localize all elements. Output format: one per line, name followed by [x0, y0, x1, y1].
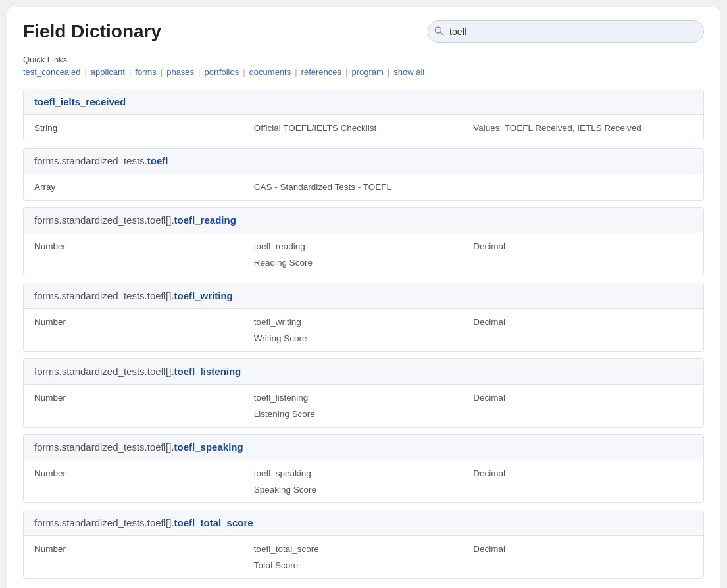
result-card-title-link[interactable]: forms.standardized_tests.toefl[].toefl_w… [34, 290, 233, 301]
quick-link-applicant[interactable]: applicant [91, 67, 125, 77]
result-card-title-link[interactable]: forms.standardized_tests.toefl[].toefl_l… [34, 366, 241, 377]
cell-label: Speaking Score [254, 483, 474, 496]
result-row: ArrayCAS - Standardized Tests - TOEFL [34, 181, 693, 193]
result-card-title-link[interactable]: forms.standardized_tests.toefl[].toefl_t… [34, 517, 253, 528]
result-row: Total Score [34, 559, 693, 572]
search-input[interactable] [428, 20, 704, 43]
result-row: Listening Score [34, 408, 693, 420]
result-card: forms.standardized_tests.toefl[].toefl_w… [23, 283, 704, 352]
cell-meta [473, 408, 693, 420]
cell-type [34, 257, 254, 269]
sep-8: | [388, 67, 389, 77]
quick-links-label: Quick Links [23, 55, 704, 64]
cell-meta: Decimal [473, 316, 693, 328]
result-card: toefl_ielts_receivedStringOfficial TOEFL… [23, 89, 704, 141]
title-prefix: forms.standardized_tests.toefl[]. [34, 441, 174, 453]
page-container: Field Dictionary Quick Links test_concea… [7, 7, 720, 588]
title-prefix: forms.standardized_tests.toefl[]. [34, 290, 174, 301]
result-card-header: forms.standardized_tests.toefl[].toefl_t… [24, 510, 703, 536]
title-prefix: forms.standardized_tests.toefl[]. [34, 366, 174, 377]
search-icon [434, 26, 443, 37]
svg-line-1 [441, 32, 443, 35]
quick-link-forms[interactable]: forms [135, 67, 157, 77]
sep-1: | [84, 67, 86, 77]
cell-label: toefl_total_score [254, 543, 474, 555]
cell-label: toefl_writing [254, 316, 474, 328]
quick-link-documents[interactable]: documents [249, 67, 291, 77]
result-card-title-link[interactable]: forms.standardized_tests.toefl[].toefl_r… [34, 214, 236, 226]
header-row: Field Dictionary [23, 20, 704, 43]
cell-type [34, 408, 254, 420]
quick-link-portfolios[interactable]: portfolios [204, 67, 239, 77]
cell-type: Number [34, 391, 254, 404]
page-title: Field Dictionary [23, 21, 161, 42]
result-card-header: forms.standardized_tests.toefl[].toefl_r… [24, 208, 703, 233]
result-card-body: StringOfficial TOEFL/IELTS ChecklistValu… [24, 115, 703, 141]
cell-meta [473, 483, 693, 496]
cell-meta [473, 181, 693, 193]
quick-link-references[interactable]: references [301, 67, 341, 77]
sep-2: | [129, 67, 131, 77]
result-card: forms.standardized_tests.toeflArrayCAS -… [23, 148, 704, 201]
title-prefix: forms.standardized_tests.toefl[]. [34, 517, 174, 528]
result-card: forms.standardized_tests.toefl[].toefl_r… [23, 207, 704, 276]
title-highlight: toefl_writing [174, 290, 233, 301]
title-highlight: toefl_total_score [174, 517, 253, 528]
cell-meta: Decimal [473, 391, 693, 404]
result-card-title-link[interactable]: forms.standardized_tests.toefl[].toefl_s… [34, 441, 243, 453]
title-highlight: toefl_ielts_received [34, 96, 126, 107]
result-card: forms.standardized_tests.toefl[].toefl_t… [23, 510, 704, 579]
title-prefix: forms.standardized_tests. [34, 155, 147, 166]
result-card-header: forms.standardized_tests.toefl[].toefl_s… [24, 435, 703, 460]
result-row: Numbertoefl_listeningDecimal [34, 391, 693, 404]
cell-label: toefl_listening [254, 391, 474, 404]
result-row: Numbertoefl_writingDecimal [34, 316, 693, 328]
cell-type: Number [34, 240, 254, 253]
result-row: Writing Score [34, 332, 693, 345]
cell-meta: Decimal [473, 543, 693, 555]
cell-label: Official TOEFL/IELTS Checklist [254, 122, 474, 134]
cell-label: Listening Score [254, 408, 474, 420]
sep-6: | [295, 67, 297, 77]
cell-label: toefl_speaking [254, 467, 474, 479]
quick-links-row: test_concealed | applicant | forms | pha… [23, 67, 704, 77]
results-area: toefl_ielts_receivedStringOfficial TOEFL… [23, 89, 704, 585]
cell-type [34, 483, 254, 496]
result-card-title-link[interactable]: toefl_ielts_received [34, 96, 126, 107]
result-card-body: Numbertoefl_writingDecimalWriting Score [24, 309, 703, 351]
quick-links-section: Quick Links test_concealed | applicant |… [23, 55, 704, 77]
cell-type: Number [34, 467, 254, 479]
result-card-body: Numbertoefl_listeningDecimalListening Sc… [24, 385, 703, 427]
cell-type: Number [34, 543, 254, 555]
cell-type: Array [34, 181, 254, 193]
quick-link-show-all[interactable]: show all [393, 67, 424, 77]
cell-label: Reading Score [254, 257, 474, 269]
cell-label: Total Score [254, 559, 474, 572]
sep-7: | [345, 67, 347, 77]
result-row: Reading Score [34, 257, 693, 269]
cell-label: CAS - Standardized Tests - TOEFL [254, 181, 474, 193]
result-row: Speaking Score [34, 483, 693, 496]
result-row: Numbertoefl_total_scoreDecimal [34, 543, 693, 555]
result-card-title-link[interactable]: forms.standardized_tests.toefl [34, 155, 168, 166]
cell-meta: Decimal [473, 240, 693, 253]
sep-5: | [243, 67, 245, 77]
cell-meta [473, 257, 693, 269]
cell-type [34, 559, 254, 572]
sep-3: | [161, 67, 163, 77]
title-highlight: toefl_reading [174, 214, 236, 226]
quick-link-phases[interactable]: phases [166, 67, 194, 77]
result-card-body: Numbertoefl_total_scoreDecimalTotal Scor… [24, 536, 703, 578]
cell-meta: Values: TOEFL Received, IETLS Received [473, 122, 693, 134]
search-container [428, 20, 704, 43]
title-highlight: toefl_listening [174, 366, 241, 377]
result-card: forms.standardized_tests.toefl[].toefl_s… [23, 434, 704, 503]
quick-link-test-concealed[interactable]: test_concealed [23, 67, 80, 77]
cell-type: String [34, 122, 254, 134]
quick-link-program[interactable]: program [351, 67, 383, 77]
result-card-body: Numbertoefl_readingDecimalReading Score [24, 233, 703, 276]
cell-type [34, 332, 254, 345]
cell-type: Number [34, 316, 254, 328]
title-prefix: forms.standardized_tests.toefl[]. [34, 214, 174, 226]
result-card-header: forms.standardized_tests.toefl[].toefl_w… [24, 283, 703, 309]
